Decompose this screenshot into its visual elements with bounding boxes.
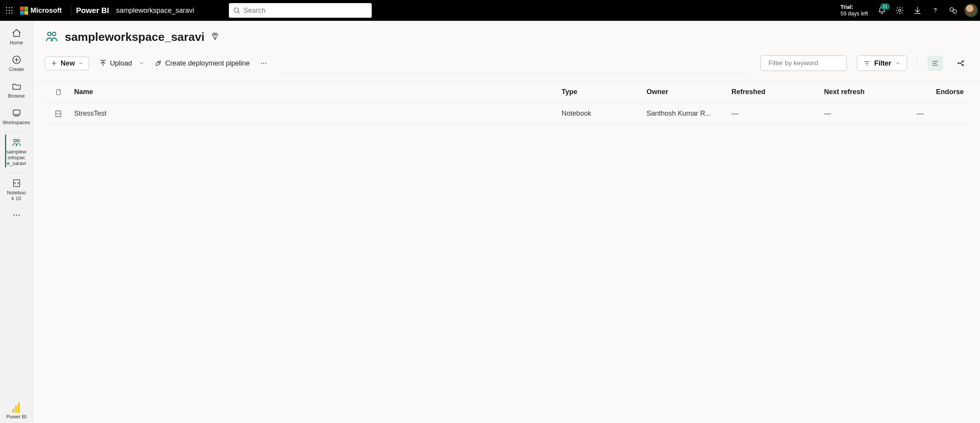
col-endorse[interactable]: Endorse <box>914 88 968 96</box>
row-type-icon <box>45 110 72 118</box>
row-owner: Santhosh Kumar R... <box>644 110 729 118</box>
filter-keyword[interactable] <box>760 56 847 71</box>
microsoft-tiles-icon <box>20 7 28 15</box>
workspace-toolbar: New Upload Create deployment pipeline <box>33 47 980 81</box>
nav-create[interactable]: Create <box>0 51 33 76</box>
breadcrumb[interactable]: sampleworkspace_saravi <box>116 7 194 15</box>
top-bar: Microsoft Power BI sampleworkspace_sarav… <box>0 0 980 21</box>
row-type: Notebook <box>559 110 644 118</box>
premium-diamond-icon[interactable] <box>211 32 219 42</box>
list-icon <box>931 59 939 67</box>
global-search-input[interactable] <box>244 7 368 15</box>
rocket-icon <box>154 59 162 67</box>
upload-button[interactable]: Upload <box>99 59 144 67</box>
more-actions-button[interactable] <box>260 59 267 67</box>
notebook-icon <box>12 179 21 188</box>
col-refreshed[interactable]: Refreshed <box>729 88 822 96</box>
svg-point-8 <box>12 13 13 14</box>
home-icon <box>12 28 22 38</box>
svg-point-0 <box>6 7 7 8</box>
left-nav: Home Create Browse Workspaces samplework… <box>0 21 33 423</box>
microsoft-label: Microsoft <box>30 7 62 15</box>
svg-point-6 <box>6 13 7 14</box>
filter-button[interactable]: Filter <box>857 56 907 71</box>
stack-icon <box>12 108 22 118</box>
trial-status[interactable]: Trial: 59 days left <box>833 4 875 17</box>
svg-point-21 <box>16 215 17 216</box>
svg-point-13 <box>950 8 953 11</box>
nav-home-label: Home <box>8 40 25 46</box>
lineage-view-button[interactable] <box>953 56 968 71</box>
new-button-label: New <box>61 59 75 67</box>
content-table: Name Type Owner Refreshed Next refresh E… <box>33 81 980 125</box>
powerbi-icon <box>12 402 21 413</box>
svg-point-3 <box>6 10 7 11</box>
nav-create-label: Create <box>7 67 25 72</box>
svg-point-4 <box>9 10 10 11</box>
app-name[interactable]: Power BI <box>76 6 116 15</box>
nav-notebook[interactable]: Notebook 10 <box>5 173 28 205</box>
nav-notebook-label: Notebook 10 <box>5 190 28 202</box>
notifications-button[interactable]: 21 <box>877 6 887 15</box>
col-owner[interactable]: Owner <box>644 88 729 96</box>
divider <box>917 58 917 69</box>
waffle-icon <box>5 7 13 14</box>
col-type[interactable]: Type <box>559 88 644 96</box>
row-name: StressTest <box>72 110 559 118</box>
notebook-icon <box>54 110 62 118</box>
svg-point-26 <box>261 63 262 64</box>
nav-powerbi[interactable]: Power BI <box>0 399 33 423</box>
svg-point-27 <box>263 63 264 64</box>
nav-workspaces[interactable]: Workspaces <box>0 104 33 129</box>
list-view-button[interactable] <box>928 56 943 71</box>
col-next[interactable]: Next refresh <box>822 88 914 96</box>
nav-more[interactable] <box>0 207 33 224</box>
new-button[interactable]: New <box>45 57 89 70</box>
file-icon <box>55 88 62 96</box>
nav-home[interactable]: Home <box>0 25 33 49</box>
search-icon <box>233 7 240 14</box>
upload-button-label: Upload <box>110 59 132 67</box>
table-row[interactable]: StressTestNotebookSanthosh Kumar R...——— <box>45 103 968 125</box>
svg-rect-16 <box>13 110 20 115</box>
plus-icon <box>51 60 58 67</box>
nav-browse-label: Browse <box>7 93 26 99</box>
svg-point-20 <box>14 215 15 216</box>
trial-line2: 59 days left <box>840 10 868 17</box>
nav-powerbi-label: Power BI <box>5 414 28 420</box>
help-icon <box>931 6 939 15</box>
workspace-people-icon <box>45 29 59 45</box>
chevron-down-icon <box>139 61 144 66</box>
filter-keyword-input[interactable] <box>768 59 850 67</box>
col-name[interactable]: Name <box>72 88 559 96</box>
row-next: — <box>822 110 914 118</box>
user-avatar[interactable] <box>965 4 978 17</box>
feedback-icon <box>949 6 957 15</box>
filter-button-label: Filter <box>874 59 891 67</box>
feedback-button[interactable] <box>948 6 958 15</box>
svg-point-7 <box>9 13 10 14</box>
svg-point-1 <box>9 7 10 8</box>
app-launcher-button[interactable] <box>0 0 19 21</box>
workspace-header: sampleworkspace_saravi <box>33 21 980 47</box>
create-pipeline-label: Create deployment pipeline <box>165 59 250 67</box>
microsoft-logo[interactable]: Microsoft <box>19 7 66 15</box>
folder-icon <box>12 81 22 91</box>
main-content: sampleworkspace_saravi New Upload Create… <box>33 21 980 423</box>
help-button[interactable] <box>931 6 940 15</box>
row-refreshed: — <box>729 110 822 118</box>
svg-point-22 <box>18 215 19 216</box>
nav-workspaces-label: Workspaces <box>1 120 32 126</box>
settings-button[interactable] <box>895 6 904 15</box>
nav-current-workspace[interactable]: sampleworkspace_saravi <box>5 132 28 170</box>
download-button[interactable] <box>913 6 922 15</box>
download-icon <box>913 6 922 15</box>
header-icons: 21 <box>875 6 965 15</box>
trial-line1: Trial: <box>840 4 868 10</box>
svg-point-9 <box>234 8 239 12</box>
svg-point-28 <box>266 63 267 64</box>
create-pipeline-button[interactable]: Create deployment pipeline <box>154 59 250 67</box>
global-search[interactable] <box>229 3 372 18</box>
svg-point-5 <box>12 10 13 11</box>
nav-browse[interactable]: Browse <box>0 78 33 102</box>
